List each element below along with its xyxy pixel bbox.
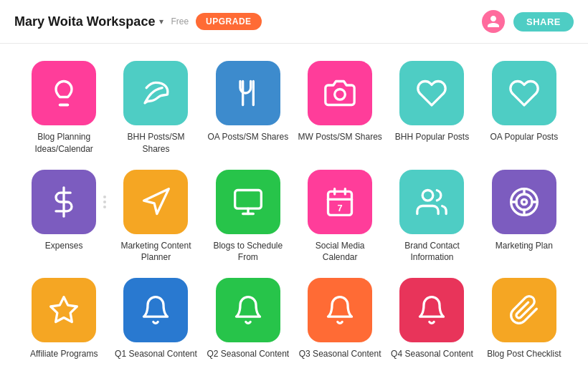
board-item-brand-contact[interactable]: Brand Contact Information — [389, 170, 474, 264]
board-icon-blog-checklist — [492, 278, 556, 342]
board-label-bhh-popular: BHH Popular Posts — [395, 131, 469, 143]
board-item-expenses[interactable]: Expenses — [22, 170, 106, 264]
board-icon-brand-contact — [399, 170, 464, 234]
board-item-marketing-plan[interactable]: Marketing Plan — [482, 170, 566, 264]
drag-handle[interactable] — [103, 196, 106, 208]
svg-text:7: 7 — [338, 202, 343, 213]
board-icon-social-media: 7 — [308, 170, 372, 234]
board-icon-affiliate — [32, 278, 96, 342]
board-item-q2-seasonal[interactable]: Q2 Seasonal Content — [206, 278, 290, 360]
board-grid: Blog Planning Ideas/Calendar BHH Posts/S… — [22, 61, 566, 360]
board-item-q3-seasonal[interactable]: Q3 Seasonal Content — [298, 278, 382, 360]
board-label-marketing-planner: Marketing Content Planner — [113, 240, 198, 264]
board-icon-oa-popular — [492, 61, 556, 125]
avatar[interactable] — [482, 10, 505, 33]
header-right: SHARE — [482, 10, 574, 33]
board-icon-marketing-planner — [123, 170, 188, 234]
board-item-blogs-schedule[interactable]: Blogs to Schedule From — [206, 170, 290, 264]
board-label-oa-posts: OA Posts/SM Shares — [207, 131, 288, 143]
board-icon-q1-seasonal — [123, 278, 188, 342]
board-label-q4-seasonal: Q4 Seasonal Content — [391, 348, 473, 360]
board-grid-container: Blog Planning Ideas/Calendar BHH Posts/S… — [0, 44, 588, 377]
board-icon-q2-seasonal — [216, 278, 280, 342]
board-label-brand-contact: Brand Contact Information — [389, 240, 474, 264]
board-icon-blog-planning — [32, 61, 96, 125]
svg-point-13 — [423, 190, 434, 201]
board-item-oa-popular[interactable]: OA Popular Posts — [482, 61, 566, 155]
board-item-q4-seasonal[interactable]: Q4 Seasonal Content — [389, 278, 474, 360]
board-label-bhh-posts: BHH Posts/SM Shares — [113, 131, 198, 155]
board-item-oa-posts[interactable]: OA Posts/SM Shares — [206, 61, 290, 155]
board-icon-bhh-posts — [123, 61, 188, 125]
board-label-mw-posts: MW Posts/SM Shares — [298, 131, 381, 143]
board-icon-oa-posts — [216, 61, 280, 125]
workspace-name: Mary Woita Workspace — [14, 14, 155, 29]
free-badge: Free — [171, 16, 189, 26]
workspace-chevron-icon[interactable]: ▾ — [159, 16, 163, 26]
board-item-blog-planning[interactable]: Blog Planning Ideas/Calendar — [22, 61, 106, 155]
board-label-blogs-schedule: Blogs to Schedule From — [206, 240, 290, 264]
board-label-marketing-plan: Marketing Plan — [495, 240, 553, 252]
board-icon-mw-posts — [308, 61, 372, 125]
board-item-affiliate[interactable]: Affiliate Programs — [22, 278, 106, 360]
board-label-affiliate: Affiliate Programs — [30, 348, 98, 360]
board-label-expenses: Expenses — [45, 240, 83, 252]
board-label-social-media: Social Media Calendar — [298, 240, 382, 264]
board-item-q1-seasonal[interactable]: Q1 Seasonal Content — [113, 278, 198, 360]
board-item-social-media[interactable]: 7 Social Media Calendar — [298, 170, 382, 264]
share-button[interactable]: SHARE — [513, 12, 574, 32]
board-label-oa-popular: OA Popular Posts — [490, 131, 558, 143]
svg-point-3 — [335, 90, 346, 100]
board-icon-q4-seasonal — [399, 278, 464, 342]
board-label-q2-seasonal: Q2 Seasonal Content — [207, 348, 289, 360]
upgrade-button[interactable]: UPGRADE — [196, 13, 262, 30]
board-item-bhh-popular[interactable]: BHH Popular Posts — [389, 61, 474, 155]
svg-point-16 — [521, 199, 526, 204]
board-icon-q3-seasonal — [308, 278, 372, 342]
board-item-marketing-planner[interactable]: Marketing Content Planner — [113, 170, 198, 264]
board-item-blog-checklist[interactable]: Blog Post Checklist — [482, 278, 566, 360]
board-icon-blogs-schedule — [216, 170, 280, 234]
board-icon-marketing-plan — [492, 170, 556, 234]
board-label-q3-seasonal: Q3 Seasonal Content — [299, 348, 381, 360]
board-label-blog-checklist: Blog Post Checklist — [487, 348, 561, 360]
svg-marker-21 — [51, 297, 77, 322]
header: Mary Woita Workspace ▾ Free UPGRADE SHAR… — [0, 0, 588, 44]
svg-point-15 — [516, 194, 532, 210]
board-icon-expenses — [32, 170, 96, 234]
board-label-blog-planning: Blog Planning Ideas/Calendar — [22, 131, 106, 155]
board-icon-bhh-popular — [399, 61, 464, 125]
svg-rect-5 — [234, 190, 261, 208]
board-item-bhh-posts[interactable]: BHH Posts/SM Shares — [113, 61, 198, 155]
board-item-mw-posts[interactable]: MW Posts/SM Shares — [298, 61, 382, 155]
board-label-q1-seasonal: Q1 Seasonal Content — [115, 348, 197, 360]
